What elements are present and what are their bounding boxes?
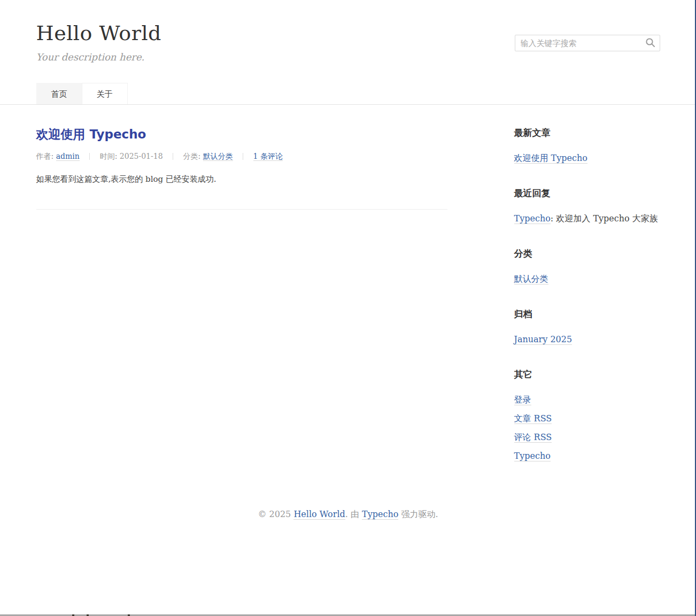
post-time: 2025-01-18 <box>120 152 163 160</box>
widget-recent-comments: 最近回复 Typecho: 欢迎加入 Typecho 大家族 <box>514 187 660 224</box>
archive-link[interactable]: January 2025 <box>514 334 573 345</box>
post-author-link[interactable]: admin <box>56 152 80 161</box>
nav-item-home[interactable]: 首页 <box>36 83 82 104</box>
widget-archives: 归档 January 2025 <box>514 308 660 344</box>
category-link[interactable]: 默认分类 <box>514 274 548 284</box>
footer-powered-text: 强力驱动. <box>398 509 438 519</box>
site-footer: © 2025 Hello World. 由 Typecho 强力驱动. <box>0 485 696 520</box>
post-comments-link[interactable]: 1 条评论 <box>253 152 283 161</box>
list-item: 评论 RSS <box>514 432 660 442</box>
list-item: January 2025 <box>514 334 660 344</box>
search-form <box>515 35 660 51</box>
site-description: Your description here. <box>36 51 660 63</box>
posts-rss-link[interactable]: 文章 RSS <box>514 413 552 424</box>
post-category-link[interactable]: 默认分类 <box>203 152 233 161</box>
meta-separator <box>173 153 173 160</box>
post-time-label: 时间: <box>100 152 118 160</box>
widget-latest-posts: 最新文章 欢迎使用 Typecho <box>514 127 660 163</box>
post-author-label: 作者: <box>36 152 54 160</box>
list-item: Typecho <box>514 451 660 461</box>
list-item: 登录 <box>514 395 660 405</box>
post-divider <box>36 209 447 210</box>
widget-categories: 分类 默认分类 <box>514 248 660 284</box>
post-meta: 作者: admin 时间: 2025-01-18 分类: 默认分类 1 条评论 <box>36 152 447 161</box>
comments-rss-link[interactable]: 评论 RSS <box>514 432 552 443</box>
footer-copyright: © 2025 <box>258 509 293 519</box>
widget-other: 其它 登录 文章 RSS 评论 RSS Typecho <box>514 368 660 461</box>
widget-title-archives: 归档 <box>514 308 660 320</box>
list-item: Typecho: 欢迎加入 Typecho 大家族 <box>514 213 660 224</box>
header-inner: Hello World Your description here. 首页 关于 <box>36 0 660 104</box>
login-link[interactable]: 登录 <box>514 395 531 405</box>
post-body: 如果您看到这篇文章,表示您的 blog 已经安装成功. <box>36 173 447 186</box>
post: 欢迎使用 Typecho 作者: admin 时间: 2025-01-18 分类… <box>36 105 447 210</box>
widget-title-other: 其它 <box>514 368 660 381</box>
meta-separator <box>243 153 243 160</box>
widget-title-latest: 最新文章 <box>514 127 660 139</box>
footer-mid-text: . 由 <box>345 509 362 519</box>
search-button[interactable] <box>642 35 659 51</box>
meta-separator <box>89 153 90 160</box>
search-input[interactable] <box>515 35 660 51</box>
footer-engine-link[interactable]: Typecho <box>362 509 398 520</box>
sidebar: 最新文章 欢迎使用 Typecho 最近回复 Typecho: 欢迎加入 Typ… <box>514 105 660 485</box>
search-icon <box>645 41 655 49</box>
latest-post-link[interactable]: 欢迎使用 Typecho <box>514 153 587 164</box>
page: Hello World Your description here. 首页 关于 <box>0 0 696 616</box>
widget-title-categories: 分类 <box>514 248 660 260</box>
recent-comment-author-link[interactable]: Typecho <box>514 213 551 224</box>
site-title[interactable]: Hello World <box>36 0 161 45</box>
footer-site-link[interactable]: Hello World <box>293 509 345 520</box>
list-item: 文章 RSS <box>514 413 660 424</box>
site-header: Hello World Your description here. 首页 关于 <box>0 0 696 105</box>
post-category-label: 分类: <box>183 152 200 160</box>
recent-comment-text: : 欢迎加入 Typecho 大家族 <box>551 213 658 224</box>
typecho-link[interactable]: Typecho <box>514 451 551 461</box>
widget-title-recent: 最近回复 <box>514 187 660 199</box>
list-item: 默认分类 <box>514 274 660 284</box>
content-area: 欢迎使用 Typecho 作者: admin 时间: 2025-01-18 分类… <box>36 105 660 485</box>
nav-item-about[interactable]: 关于 <box>82 83 128 104</box>
main-nav: 首页 关于 <box>36 83 127 104</box>
list-item: 欢迎使用 Typecho <box>514 153 660 163</box>
post-title-link[interactable]: 欢迎使用 Typecho <box>36 126 146 143</box>
main-column: 欢迎使用 Typecho 作者: admin 时间: 2025-01-18 分类… <box>36 105 447 485</box>
